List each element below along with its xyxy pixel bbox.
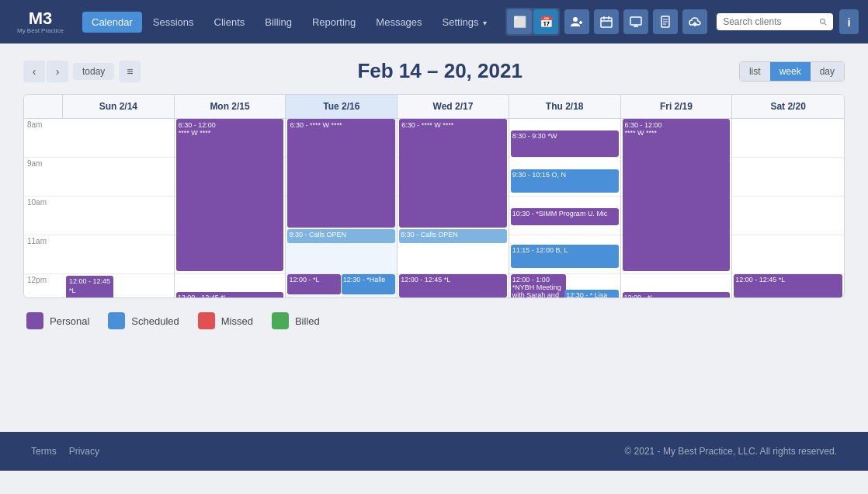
- info-btn[interactable]: i: [839, 9, 859, 34]
- cal-nav: ‹ ›: [23, 61, 68, 82]
- event-thu-1030[interactable]: 10:30 - *SIMM Program U. Mic: [511, 208, 619, 225]
- nav-reporting[interactable]: Reporting: [303, 12, 365, 33]
- calendar-view-btn[interactable]: 📅: [533, 9, 558, 34]
- day-mon: 6:30 - 12:00**** W **** 12:00 - 12:45 *L…: [175, 119, 286, 297]
- day-thu: 8:30 - 9:30 *W 9:30 - 10:15 O, N 10:30 -…: [509, 119, 621, 297]
- cal-header-row: Sun 2/14 Mon 2/15 Tue 2/16 Wed 2/17 Thu …: [24, 95, 844, 119]
- day-fri: 6:30 - 12:00**** W **** 12:00 - *L 1:10 …: [621, 119, 733, 297]
- cal-body: 8am 9am 10am 11am 12pm 1pm 2pm 12:00 - 1…: [24, 119, 844, 297]
- event-tue-12[interactable]: 12:00 - *L: [287, 274, 341, 294]
- next-btn[interactable]: ›: [47, 61, 68, 82]
- svg-point-0: [573, 17, 578, 22]
- legend-billed-label: Billed: [295, 315, 320, 327]
- nav-messages[interactable]: Messages: [366, 12, 431, 33]
- footer-privacy-link[interactable]: Privacy: [69, 446, 99, 457]
- legend-scheduled: Scheduled: [108, 312, 179, 329]
- time-8am: 8am: [24, 119, 63, 158]
- view-day-btn[interactable]: day: [811, 62, 844, 81]
- nav-calendar[interactable]: Calendar: [82, 12, 142, 33]
- day-header-sun: Sun 2/14: [63, 95, 175, 118]
- view-list-btn[interactable]: list: [740, 62, 770, 81]
- cal-grid: Sun 2/14 Mon 2/15 Tue 2/16 Wed 2/17 Thu …: [23, 94, 845, 298]
- event-wed-830[interactable]: 8:30 - Calls OPEN: [399, 229, 507, 243]
- day-wed: 6:30 - **** W **** 8:30 - Calls OPEN 12:…: [398, 119, 509, 297]
- event-thu-930[interactable]: 9:30 - 10:15 O, N: [511, 169, 619, 193]
- legend-missed-box: [198, 312, 215, 329]
- footer-copyright: © 2021 - My Best Practice, LLC. All righ…: [624, 446, 837, 457]
- legend-personal-label: Personal: [50, 315, 89, 327]
- legend-billed-box: [272, 312, 289, 329]
- logo: M3 My Best Practice: [9, 10, 71, 34]
- cal-view-buttons: list week day: [739, 61, 845, 82]
- legend-scheduled-label: Scheduled: [131, 315, 179, 327]
- footer-terms-link[interactable]: Terms: [31, 446, 57, 457]
- event-sun-12[interactable]: 12:00 - 12:45*L: [66, 276, 113, 297]
- nav-sessions[interactable]: Sessions: [144, 12, 203, 33]
- legend: Personal Scheduled Missed Billed: [23, 312, 845, 329]
- time-column: 8am 9am 10am 11am 12pm 1pm 2pm: [24, 119, 63, 297]
- legend-missed-label: Missed: [221, 315, 253, 327]
- svg-rect-7: [630, 17, 641, 25]
- svg-line-16: [825, 23, 827, 25]
- legend-billed: Billed: [272, 312, 320, 329]
- today-btn[interactable]: today: [73, 63, 114, 80]
- event-tue-630[interactable]: 6:30 - **** W ****: [287, 119, 395, 228]
- document-btn[interactable]: [653, 9, 678, 34]
- day-sun: 12:00 - 12:45*L: [63, 119, 175, 297]
- search-input[interactable]: [723, 16, 816, 27]
- event-mon-630[interactable]: 6:30 - 12:00**** W ****: [176, 119, 284, 271]
- nav-icon-group: ⬜ 📅: [505, 8, 707, 36]
- add-user-btn[interactable]: [564, 9, 589, 34]
- legend-missed: Missed: [198, 312, 253, 329]
- day-header-tue: Tue 2/16: [286, 95, 398, 118]
- day-header-sat: Sat 2/20: [732, 95, 844, 118]
- cal-title: Feb 14 – 20, 2021: [141, 59, 739, 83]
- svg-point-15: [821, 19, 825, 23]
- nav-settings[interactable]: Settings ▾: [433, 12, 497, 33]
- time-11am: 11am: [24, 235, 63, 274]
- search-area[interactable]: [717, 13, 833, 30]
- footer-links: Terms Privacy: [31, 446, 99, 457]
- day-tue: 6:30 - **** W **** 8:30 - Calls OPEN 12:…: [286, 119, 398, 297]
- time-12pm: 12pm: [24, 274, 63, 297]
- cloud-btn[interactable]: [682, 9, 707, 34]
- footer: Terms Privacy © 2021 - My Best Practice,…: [0, 432, 868, 471]
- logo-sub: My Best Practice: [17, 27, 64, 34]
- event-thu-830[interactable]: 8:30 - 9:30 *W: [511, 130, 619, 157]
- day-header-wed: Wed 2/17: [398, 95, 509, 118]
- cal-toolbar: ‹ › today ≡ Feb 14 – 20, 2021 list week …: [23, 59, 845, 83]
- event-thu-1230[interactable]: 12:30 - * Lisa Pelton: [564, 290, 618, 297]
- event-thu-12-nybh[interactable]: 12:00 - 1:00 *NYBH Meeting with Sarah an…: [511, 274, 566, 297]
- navbar: M3 My Best Practice Calendar Sessions Cl…: [0, 0, 868, 43]
- event-tue-830[interactable]: 8:30 - Calls OPEN: [287, 229, 395, 243]
- calendar-btn[interactable]: [594, 9, 619, 34]
- list-view-btn[interactable]: ≡: [119, 61, 141, 82]
- day-header-thu: Thu 2/18: [509, 95, 621, 118]
- svg-rect-3: [601, 18, 612, 27]
- view-week-btn[interactable]: week: [770, 62, 811, 81]
- time-header: [24, 95, 63, 118]
- logo-text: M3: [29, 10, 53, 27]
- event-wed-12[interactable]: 12:00 - 12:45 *L: [399, 274, 507, 297]
- event-thu-1115[interactable]: 11:15 - 12:00 B, L: [511, 245, 619, 268]
- event-fri-12[interactable]: 12:00 - *L: [623, 292, 731, 297]
- time-10am: 10am: [24, 197, 63, 235]
- day-sat: 12:00 - 12:45 *L 1:00 - 1:45 ?Book: [732, 119, 844, 297]
- event-tue-1230[interactable]: 12:30 - *Halle: [342, 274, 395, 294]
- event-mon-12[interactable]: 12:00 - 12:45 *L: [176, 292, 284, 297]
- legend-scheduled-box: [108, 312, 125, 329]
- prev-btn[interactable]: ‹: [23, 61, 45, 82]
- search-icon: [819, 16, 827, 27]
- screen-view-group: ⬜ 📅: [505, 8, 560, 36]
- legend-personal-box: [26, 312, 43, 329]
- event-wed-630[interactable]: 6:30 - **** W ****: [399, 119, 507, 228]
- day-header-fri: Fri 2/19: [621, 95, 733, 118]
- nav-billing[interactable]: Billing: [255, 12, 301, 33]
- nav-clients[interactable]: Clients: [205, 12, 255, 33]
- event-fri-630[interactable]: 6:30 - 12:00**** W ****: [623, 119, 731, 271]
- monitor-btn[interactable]: [623, 9, 648, 34]
- time-9am: 9am: [24, 158, 63, 197]
- monitor-view-btn[interactable]: ⬜: [507, 9, 532, 34]
- day-header-mon: Mon 2/15: [175, 95, 286, 118]
- event-sat-12[interactable]: 12:00 - 12:45 *L: [734, 274, 842, 297]
